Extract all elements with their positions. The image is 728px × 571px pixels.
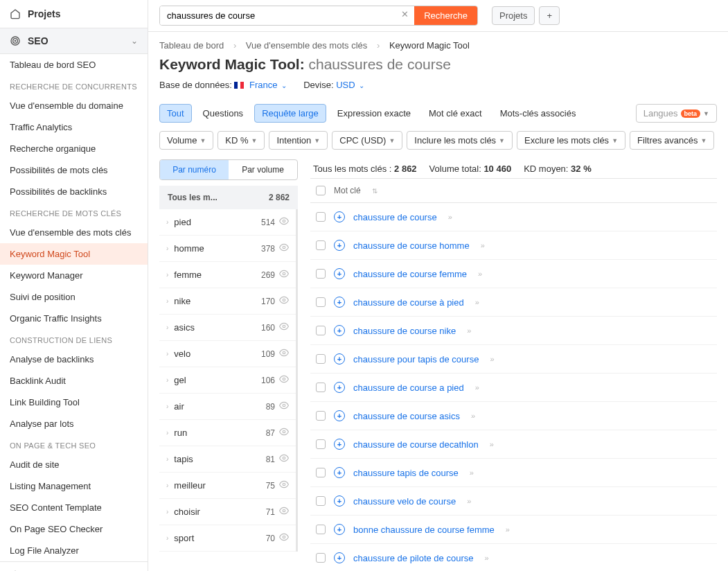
keyword-link[interactable]: chaussure tapis de course	[353, 468, 459, 478]
sidebar-item-link-building[interactable]: Link Building Tool	[0, 392, 148, 413]
keyword-link[interactable]: chaussure de course decathlon	[353, 439, 479, 450]
sidebar-item-onpage-checker[interactable]: On Page SEO Checker	[0, 518, 148, 540]
row-checkbox[interactable]	[316, 383, 326, 392]
tab-all[interactable]: Tout	[159, 104, 192, 123]
filter-advanced[interactable]: Filtres avancés ▼	[630, 131, 714, 150]
add-icon[interactable]: +	[334, 325, 345, 336]
search-button[interactable]: Recherche	[414, 6, 477, 25]
group-item[interactable]: ›run87	[159, 420, 296, 446]
expand-icon[interactable]: »	[448, 213, 452, 221]
add-icon[interactable]: +	[334, 382, 345, 393]
row-checkbox[interactable]	[316, 269, 326, 279]
eye-icon[interactable]	[279, 506, 289, 518]
add-button[interactable]: +	[539, 6, 560, 25]
add-icon[interactable]: +	[334, 524, 345, 535]
add-icon[interactable]: +	[334, 439, 345, 450]
add-icon[interactable]: +	[334, 353, 345, 364]
expand-icon[interactable]: »	[490, 440, 494, 448]
eye-icon[interactable]	[279, 532, 289, 544]
eye-icon[interactable]	[279, 453, 289, 465]
expand-icon[interactable]: »	[467, 497, 471, 505]
keyword-link[interactable]: chaussure de pilote de course	[353, 553, 473, 563]
language-selector[interactable]: Langues beta ▼	[636, 104, 717, 123]
sidebar-local-seo[interactable]: SEO local ›	[0, 561, 148, 571]
sidebar-item-logfile[interactable]: Log File Analyzer	[0, 540, 148, 561]
eye-icon[interactable]	[279, 322, 289, 333]
sidebar-item-keyword-gap[interactable]: Possibilités de mots clés	[0, 159, 148, 181]
sidebar-item-backlink-gap[interactable]: Possibilités de backlinks	[0, 181, 148, 202]
keyword-link[interactable]: chaussure de course homme	[353, 240, 470, 251]
filter-volume[interactable]: Volume ▼	[159, 131, 213, 150]
row-checkbox[interactable]	[316, 468, 326, 477]
tab-questions[interactable]: Questions	[196, 104, 251, 123]
group-item[interactable]: ›choisir71	[159, 499, 296, 525]
eye-icon[interactable]	[279, 243, 289, 254]
filter-kd[interactable]: KD % ▼	[217, 131, 265, 150]
tab-related[interactable]: Mots-clés associés	[493, 104, 583, 123]
eye-icon[interactable]	[279, 427, 289, 439]
sidebar-item-domain-overview[interactable]: Vue d'ensemble du domaine	[0, 95, 148, 116]
filter-exclude[interactable]: Exclure les mots clés ▼	[517, 131, 625, 150]
group-item[interactable]: ›gel106	[159, 367, 296, 394]
add-icon[interactable]: +	[334, 268, 345, 279]
group-item[interactable]: ›homme378	[159, 236, 296, 262]
row-checkbox[interactable]	[316, 553, 326, 563]
group-head[interactable]: Tous les m... 2 862	[159, 186, 298, 209]
group-item[interactable]: ›air89	[159, 394, 296, 420]
group-item[interactable]: ›sport70	[159, 525, 296, 552]
filter-intent[interactable]: Intention ▼	[269, 131, 328, 150]
sidebar-item-traffic[interactable]: Traffic Analytics	[0, 116, 148, 138]
sidebar-item-position-tracking[interactable]: Suivi de position	[0, 286, 148, 308]
row-checkbox[interactable]	[316, 326, 326, 335]
sidebar-item-bulk-analysis[interactable]: Analyse par lots	[0, 413, 148, 434]
expand-icon[interactable]: »	[470, 468, 474, 477]
group-item[interactable]: ›meilleur75	[159, 473, 296, 499]
breadcrumb-item[interactable]: Vue d'ensemble des mots clés	[246, 40, 367, 51]
add-icon[interactable]: +	[334, 552, 345, 563]
row-checkbox[interactable]	[316, 354, 326, 364]
sidebar-item-site-audit[interactable]: Audit de site	[0, 454, 148, 475]
filter-cpc[interactable]: CPC (USD) ▼	[332, 131, 402, 150]
add-icon[interactable]: +	[334, 297, 345, 308]
eye-icon[interactable]	[279, 480, 289, 491]
expand-icon[interactable]: »	[475, 298, 479, 306]
search-input[interactable]	[160, 6, 396, 25]
tab-phrase[interactable]: Expression exacte	[330, 104, 418, 123]
projects-button[interactable]: Projets	[492, 6, 535, 25]
row-checkbox[interactable]	[316, 496, 326, 506]
add-icon[interactable]: +	[334, 467, 345, 478]
keyword-link[interactable]: chaussure velo de course	[353, 496, 456, 507]
group-item[interactable]: ›nike170	[159, 288, 296, 315]
sidebar-item-keyword-manager[interactable]: Keyword Manager	[0, 265, 148, 286]
sidebar-item-content-template[interactable]: SEO Content Template	[0, 497, 148, 518]
clear-icon[interactable]: ✕	[396, 6, 414, 25]
sidebar-item-listing[interactable]: Listing Management	[0, 475, 148, 497]
select-all-checkbox[interactable]	[316, 186, 326, 195]
add-icon[interactable]: +	[334, 240, 345, 251]
group-item[interactable]: ›asics160	[159, 315, 296, 341]
expand-icon[interactable]: »	[484, 554, 488, 562]
keyword-link[interactable]: chaussure de course	[353, 212, 437, 222]
sidebar-item-keyword-magic[interactable]: Keyword Magic Tool	[0, 243, 148, 265]
row-checkbox[interactable]	[316, 525, 326, 534]
group-item[interactable]: ›velo109	[159, 341, 296, 367]
tab-exact[interactable]: Mot clé exact	[422, 104, 489, 123]
eye-icon[interactable]	[279, 295, 289, 307]
toggle-by-number[interactable]: Par numéro	[160, 160, 229, 179]
sidebar-item-dashboard[interactable]: Tableau de bord SEO	[0, 54, 148, 76]
eye-icon[interactable]	[279, 374, 289, 386]
row-checkbox[interactable]	[316, 240, 326, 250]
expand-icon[interactable]: »	[490, 355, 494, 363]
eye-icon[interactable]	[279, 216, 289, 228]
expand-icon[interactable]: »	[467, 326, 471, 335]
expand-icon[interactable]: »	[481, 241, 485, 249]
keyword-link[interactable]: chaussure de course asics	[353, 411, 460, 421]
expand-icon[interactable]: »	[475, 383, 479, 392]
sidebar-item-organic[interactable]: Recherche organique	[0, 138, 148, 159]
eye-icon[interactable]	[279, 401, 289, 412]
add-icon[interactable]: +	[334, 495, 345, 507]
keyword-link[interactable]: bonne chaussure de course femme	[353, 525, 495, 535]
keyword-link[interactable]: chaussure de course à pied	[353, 297, 464, 308]
sidebar-item-backlink-audit[interactable]: Backlink Audit	[0, 370, 148, 392]
breadcrumb-item[interactable]: Tableau de bord	[159, 40, 224, 51]
